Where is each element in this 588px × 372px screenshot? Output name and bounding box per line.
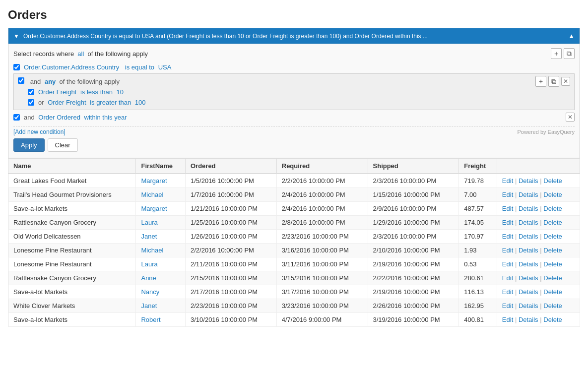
edit-link[interactable]: Edit [502,219,513,226]
delete-link[interactable]: Delete [543,288,562,296]
cell-firstname: Margaret [136,202,186,216]
sep1: | [515,219,519,226]
cell-ordered: 2/23/2016 10:00:00 PM [185,299,276,313]
group-container: and any of the following apply + ⧉ ✕ Ord… [13,73,575,110]
condition-2-operator[interactable]: is less than [80,88,113,96]
group-checkbox[interactable] [18,77,24,84]
add-group-condition-button[interactable]: + [535,76,546,87]
cell-firstname: Anne [136,271,186,285]
condition-3-field[interactable]: Order Freight [48,99,86,106]
delete-group-button[interactable]: ✕ [561,77,570,86]
powered-by-link[interactable]: Powered by EasyQuery [517,129,575,135]
cell-required: 3/16/2016 10:00:00 PM [276,244,368,257]
cell-required: 3/15/2016 10:00:00 PM [276,271,368,285]
condition-4-checkbox[interactable] [13,114,20,121]
edit-link[interactable]: Edit [502,316,513,323]
filter-expand-icon[interactable]: ▲ [568,32,575,40]
select-records-row: Select records where all of the followin… [13,48,575,59]
cell-name: Save-a-lot Markets [8,285,136,299]
sep1: | [515,191,519,198]
table-row: Save-a-lot Markets Nancy 2/17/2016 10:00… [8,285,580,299]
cell-ordered: 1/21/2016 10:00:00 PM [185,202,276,216]
cell-actions: Edit | Details | Delete [497,230,580,244]
table-row: Lonesome Pine Restaurant Laura 2/11/2016… [8,257,580,271]
cell-required: 3/23/2016 10:00:00 PM [276,299,368,313]
details-link[interactable]: Details [519,260,538,268]
condition-1-operator[interactable]: is equal to [125,63,154,71]
condition-1-value[interactable]: USA [158,63,172,71]
cell-firstname: Michael [136,244,186,257]
orders-table: Name FirstName Ordered Required Shipped … [8,158,580,327]
table-row: Great Lakes Food Market Margaret 1/5/201… [8,174,580,188]
add-subgroup-button[interactable]: ⧉ [548,76,559,87]
condition-3-operator[interactable]: is greater than [90,99,131,106]
edit-link[interactable]: Edit [502,177,513,185]
details-link[interactable]: Details [519,274,538,282]
clear-button[interactable]: Clear [48,138,78,152]
delete-link[interactable]: Delete [543,177,562,185]
delete-link[interactable]: Delete [543,191,562,198]
table-header: Name FirstName Ordered Required Shipped … [8,159,580,174]
condition-2-checkbox[interactable] [28,89,34,95]
cell-shipped: 1/15/2016 10:00:00 PM [368,188,459,202]
delete-link[interactable]: Delete [543,233,562,240]
group-header: and any of the following apply + ⧉ ✕ [18,76,570,87]
sep1: | [515,177,519,185]
apply-button[interactable]: Apply [13,138,45,152]
edit-link[interactable]: Edit [502,302,513,310]
cell-shipped: 2/22/2016 10:00:00 PM [368,271,459,285]
condition-2-value[interactable]: 10 [117,88,124,96]
cell-freight: 116.13 [459,285,497,299]
delete-link[interactable]: Delete [543,205,562,212]
details-link[interactable]: Details [519,205,538,212]
cell-required: 2/2/2016 10:00:00 PM [276,174,368,188]
edit-link[interactable]: Edit [502,288,513,296]
condition-1-field[interactable]: Order.Customer.Address Country [24,63,119,71]
cell-freight: 170.97 [459,230,497,244]
add-group-button-top[interactable]: ⧉ [564,48,575,59]
edit-link[interactable]: Edit [502,274,513,282]
delete-link[interactable]: Delete [543,247,562,254]
edit-link[interactable]: Edit [502,260,513,268]
condition-1-checkbox[interactable] [13,64,20,70]
edit-link[interactable]: Edit [502,205,513,212]
details-link[interactable]: Details [519,288,538,296]
condition-4-field[interactable]: Order Ordered [38,114,80,121]
delete-link[interactable]: Delete [543,219,562,226]
cell-shipped: 2/26/2016 10:00:00 PM [368,299,459,313]
delete-link[interactable]: Delete [543,260,562,268]
cell-freight: 7.00 [459,188,497,202]
edit-link[interactable]: Edit [502,247,513,254]
delete-link[interactable]: Delete [543,302,562,310]
table-row: Rattlesnake Canyon Grocery Anne 2/15/201… [8,271,580,285]
details-link[interactable]: Details [519,302,538,310]
all-link[interactable]: all [77,50,84,58]
details-link[interactable]: Details [519,219,538,226]
cell-required: 3/11/2016 10:00:00 PM [276,257,368,271]
details-link[interactable]: Details [519,233,538,240]
cell-actions: Edit | Details | Delete [497,313,580,327]
delete-link[interactable]: Delete [543,274,562,282]
cell-name: Rattlesnake Canyon Grocery [8,271,136,285]
condition-3-checkbox[interactable] [28,99,34,106]
details-link[interactable]: Details [519,191,538,198]
condition-4-operator[interactable]: within this year [84,114,127,121]
details-link[interactable]: Details [519,247,538,254]
add-condition-button-top[interactable]: + [551,48,562,59]
condition-2-field[interactable]: Order Freight [38,88,76,96]
edit-link[interactable]: Edit [502,191,513,198]
filter-panel: ▼ Order.Customer.Address Country is equa… [8,28,580,158]
delete-condition-4-button[interactable]: ✕ [566,113,575,122]
filter-header[interactable]: ▼ Order.Customer.Address Country is equa… [8,28,580,44]
cell-required: 4/7/2016 9:00:00 PM [276,313,368,327]
edit-link[interactable]: Edit [502,233,513,240]
table-row: White Clover Markets Janet 2/23/2016 10:… [8,299,580,313]
details-link[interactable]: Details [519,177,538,185]
delete-link[interactable]: Delete [543,316,562,323]
cell-name: Great Lakes Food Market [8,174,136,188]
condition-3-value[interactable]: 100 [135,99,146,106]
cell-required: 2/4/2016 10:00:00 PM [276,188,368,202]
details-link[interactable]: Details [519,316,538,323]
any-link[interactable]: any [45,78,56,85]
add-new-condition-link[interactable]: [Add new condition] [13,128,65,135]
